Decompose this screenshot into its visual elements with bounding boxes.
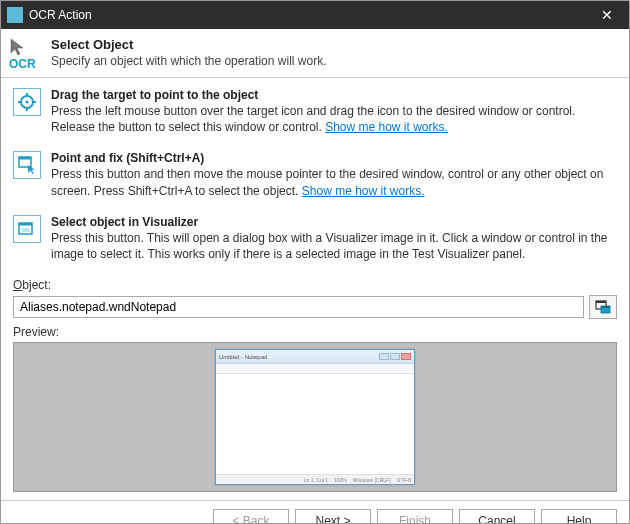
- svg-point-1: [26, 101, 29, 104]
- page-subtitle: Specify an object with which the operati…: [51, 54, 326, 68]
- visualizer-icon: [18, 220, 36, 238]
- wizard-footer: < Back Next > Finish Cancel Help: [1, 500, 629, 524]
- svg-rect-12: [596, 301, 606, 303]
- ocr-icon: OCR: [9, 37, 41, 69]
- method-title: Drag the target to point to the object: [51, 88, 617, 102]
- ocr-label: OCR: [9, 57, 36, 71]
- method-title: Point and fix (Shift+Ctrl+A): [51, 151, 617, 165]
- method-drag-target: Drag the target to point to the object P…: [13, 82, 617, 145]
- page-title: Select Object: [51, 37, 326, 52]
- method-visualizer: Select object in Visualizer Press this b…: [13, 209, 617, 272]
- target-icon: [18, 93, 36, 111]
- preview-window-menu: [216, 364, 414, 374]
- help-button[interactable]: Help: [541, 509, 617, 524]
- show-me-link[interactable]: Show me how it works.: [302, 184, 425, 198]
- preview-label: Preview:: [13, 325, 617, 339]
- cancel-button[interactable]: Cancel: [459, 509, 535, 524]
- object-picker-button[interactable]: [589, 295, 617, 319]
- object-input[interactable]: [13, 296, 584, 318]
- svg-rect-14: [601, 306, 610, 308]
- method-desc: Press the left mouse button over the tar…: [51, 103, 617, 135]
- back-button[interactable]: < Back: [213, 509, 289, 524]
- svg-rect-9: [19, 223, 32, 226]
- method-desc: Press this button and then move the mous…: [51, 166, 617, 198]
- app-icon: [7, 7, 23, 23]
- preview-window-titlebar: Untitled - Notepad: [216, 350, 414, 364]
- preview-notepad-window: Untitled - Notepad Ln 1, Col 1 100% Wind…: [215, 349, 415, 485]
- object-section: Object:: [1, 278, 629, 325]
- target-icon-button[interactable]: [13, 88, 41, 116]
- object-label: Object:: [13, 278, 617, 292]
- finish-button[interactable]: Finish: [377, 509, 453, 524]
- method-desc: Press this button. This will open a dial…: [51, 230, 617, 262]
- point-fix-icon-button[interactable]: [13, 151, 41, 179]
- methods-list: Drag the target to point to the object P…: [1, 78, 629, 278]
- svg-rect-7: [19, 157, 31, 160]
- visualizer-icon-button[interactable]: [13, 215, 41, 243]
- close-icon: ✕: [601, 7, 613, 23]
- next-button[interactable]: Next >: [295, 509, 371, 524]
- window-title: OCR Action: [29, 8, 585, 22]
- wizard-header: OCR Select Object Specify an object with…: [1, 29, 629, 77]
- svg-rect-10: [22, 228, 30, 232]
- titlebar: OCR Action ✕: [1, 1, 629, 29]
- show-me-link[interactable]: Show me how it works.: [325, 120, 448, 134]
- object-picker-icon: [595, 299, 611, 315]
- preview-window-statusbar: Ln 1, Col 1 100% Windows (CRLF) UTF-8: [216, 474, 414, 484]
- method-title: Select object in Visualizer: [51, 215, 617, 229]
- close-button[interactable]: ✕: [585, 1, 629, 29]
- preview-panel: Untitled - Notepad Ln 1, Col 1 100% Wind…: [13, 342, 617, 492]
- preview-section: Preview: Untitled - Notepad Ln 1, Col 1 …: [1, 325, 629, 500]
- method-point-and-fix: Point and fix (Shift+Ctrl+A) Press this …: [13, 145, 617, 208]
- preview-window-controls: [379, 353, 411, 360]
- point-fix-icon: [18, 156, 36, 174]
- preview-window-body: [216, 374, 414, 474]
